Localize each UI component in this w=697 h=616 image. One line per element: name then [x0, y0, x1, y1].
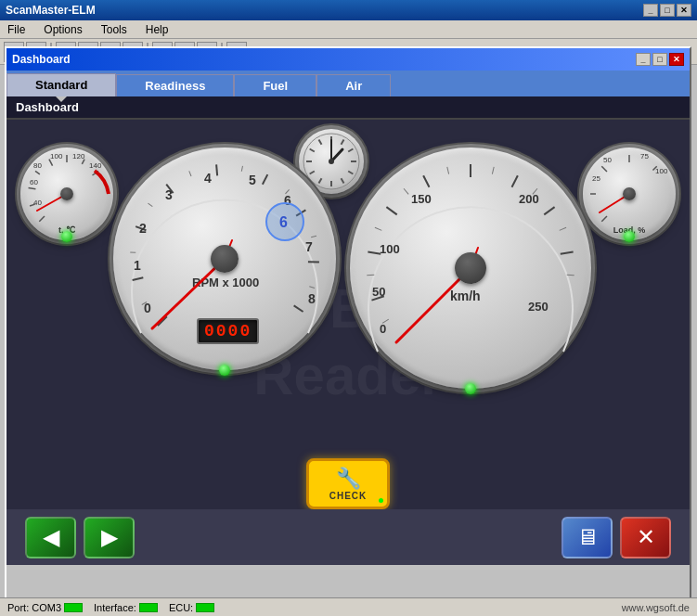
svg-text:100: 100: [50, 152, 63, 160]
engine-icon: 🔧: [336, 467, 361, 491]
svg-text:80: 80: [33, 161, 42, 170]
tab-readiness[interactable]: Readiness: [116, 74, 234, 96]
svg-text:0: 0: [380, 322, 386, 336]
temp-hub: [60, 187, 73, 200]
svg-line-80: [423, 175, 429, 186]
svg-text:250: 250: [528, 300, 549, 314]
svg-text:5: 5: [249, 173, 256, 187]
bottom-nav: ◀ ▶ 🖥 ✕: [6, 509, 690, 565]
svg-line-67: [311, 236, 316, 237]
port-indicator: Port: COM3: [7, 602, 83, 613]
section-label: Dashboard: [6, 96, 690, 120]
os-minimize-btn[interactable]: _: [643, 4, 658, 17]
ecu-indicator: ECU:: [169, 602, 214, 613]
svg-text:2: 2: [139, 221, 147, 236]
menu-file[interactable]: File: [4, 21, 29, 38]
svg-text:3: 3: [165, 187, 173, 202]
svg-line-63: [148, 203, 152, 207]
dash-minimize-btn[interactable]: _: [636, 53, 651, 66]
nav-action-group: 🖥 ✕: [561, 517, 671, 558]
svg-text:50: 50: [372, 285, 385, 299]
svg-text:50: 50: [603, 156, 612, 164]
svg-text:RPM x 1000: RPM x 1000: [192, 276, 259, 289]
os-close-btn[interactable]: ✕: [677, 4, 691, 17]
port-led: [64, 603, 83, 612]
svg-line-2: [29, 187, 36, 188]
website-label: www.wgsoft.de: [622, 602, 690, 613]
speed-hub: [455, 252, 486, 284]
dash-maximize-btn[interactable]: □: [652, 53, 667, 66]
svg-text:km/h: km/h: [450, 289, 481, 303]
svg-line-78: [386, 207, 396, 214]
interface-indicator: Interface:: [94, 602, 158, 613]
svg-text:100: 100: [380, 242, 400, 256]
svg-text:100: 100: [655, 167, 668, 175]
menu-bar: File Options Tools Help: [0, 20, 697, 39]
rpm-status-light: [219, 365, 230, 376]
check-engine-indicator: 🔧 CHECK: [306, 458, 390, 509]
svg-line-51: [263, 174, 267, 185]
close-button[interactable]: ✕: [620, 517, 671, 558]
dash-content: OBD Reader: [6, 120, 690, 565]
gauge-load: 25 50 75 100 Load, %: [583, 148, 676, 240]
rpm-digital-display: 0000: [197, 318, 259, 344]
svg-text:8: 8: [308, 291, 316, 306]
dash-close-btn[interactable]: ✕: [669, 53, 684, 66]
gauge-rpm: 0 1 2 3 4 5 6 6: [113, 148, 336, 370]
svg-line-59: [294, 305, 303, 312]
svg-text:25: 25: [592, 174, 600, 183]
menu-options[interactable]: Options: [40, 21, 85, 38]
tab-air[interactable]: Air: [316, 74, 391, 96]
svg-text:7: 7: [305, 239, 313, 254]
gauge-temp: 40 60 80 100 120 140 t, ℃: [20, 148, 113, 240]
next-button[interactable]: ▶: [84, 517, 135, 558]
check-engine-dot: [379, 498, 383, 503]
svg-line-89: [375, 227, 381, 230]
svg-line-92: [492, 167, 494, 174]
tab-fuel[interactable]: Fuel: [234, 74, 316, 96]
svg-text:75: 75: [640, 152, 649, 160]
tab-bar: Standard Readiness Fuel Air: [6, 71, 690, 96]
os-window-controls: _ □ ✕: [643, 4, 691, 17]
menu-tools[interactable]: Tools: [97, 21, 131, 38]
gauge-speed: 0 50 100 150 200: [350, 148, 591, 389]
svg-text:140: 140: [89, 161, 102, 170]
tab-standard[interactable]: Standard: [6, 73, 116, 96]
svg-line-64: [189, 171, 191, 176]
app-title: ScanMaster-ELM: [6, 4, 96, 17]
svg-line-84: [544, 207, 554, 214]
monitor-button[interactable]: 🖥: [561, 517, 613, 558]
check-engine-text: CHECK: [329, 491, 368, 501]
dashboard-title: Dashboard: [12, 53, 71, 66]
svg-line-94: [560, 227, 566, 230]
svg-text:60: 60: [30, 178, 38, 186]
svg-text:200: 200: [519, 192, 539, 206]
nav-prev-next-group: ◀ ▶: [25, 517, 135, 558]
svg-line-27: [319, 140, 322, 145]
svg-line-91: [447, 167, 449, 174]
os-maximize-btn[interactable]: □: [660, 4, 675, 17]
interface-led: [139, 603, 158, 612]
svg-text:40: 40: [33, 199, 42, 207]
status-bar: Port: COM3 Interface: ECU: www.wgsoft.de: [0, 597, 697, 616]
svg-line-17: [342, 140, 344, 145]
svg-line-0: [39, 216, 45, 222]
monitor-icon: 🖥: [576, 524, 599, 550]
menu-help[interactable]: Help: [142, 21, 173, 38]
load-hub: [623, 187, 636, 200]
svg-line-85: [561, 251, 574, 253]
os-title-bar: ScanMaster-ELM _ □ ✕: [0, 0, 697, 20]
svg-line-33: [601, 166, 607, 172]
close-icon: ✕: [637, 524, 655, 550]
svg-line-90: [404, 188, 408, 194]
svg-text:6: 6: [279, 214, 288, 230]
svg-line-68: [309, 287, 315, 289]
svg-line-21: [342, 178, 344, 183]
svg-line-43: [133, 277, 144, 280]
prev-button[interactable]: ◀: [25, 517, 76, 558]
svg-line-31: [601, 216, 607, 222]
svg-line-49: [216, 164, 217, 175]
svg-text:150: 150: [411, 192, 432, 206]
svg-line-65: [241, 166, 242, 172]
rpm-hub: [211, 245, 239, 273]
